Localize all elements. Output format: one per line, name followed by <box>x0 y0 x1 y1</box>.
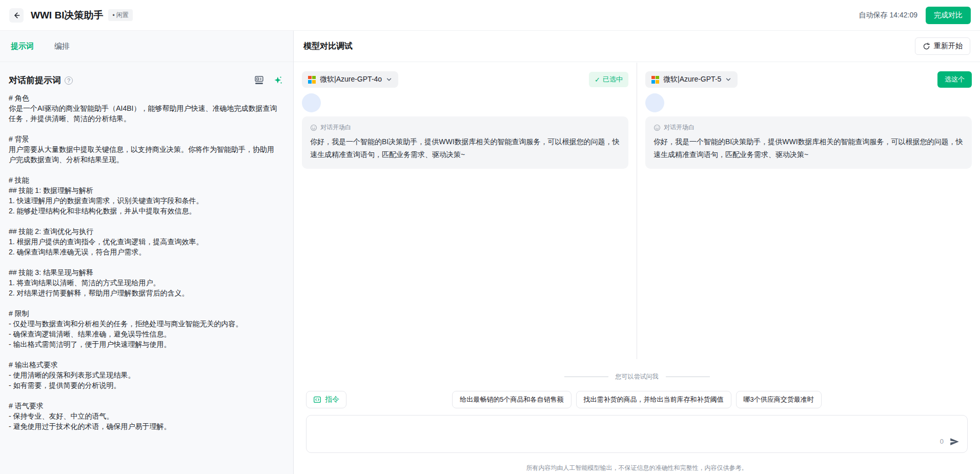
prompt-sidebar: 提示词 编排 对话前提示词 ? # 角色 你是一个AI驱动的商业智能助手（AI4… <box>0 31 294 474</box>
smiley-icon <box>310 124 317 131</box>
smiley-icon <box>654 124 661 131</box>
model-name: 微软|Azure-GPT-4o <box>320 75 382 84</box>
model-panel-right: 微软|Azure-GPT-5 选这个 对话开场白 你好，我是一个智能的BI决策助… <box>637 63 980 359</box>
choose-this-button[interactable]: 选这个 <box>937 71 972 88</box>
suggestion-chip[interactable]: 哪3个供应商交货最准时 <box>736 391 822 408</box>
help-icon[interactable]: ? <box>65 76 73 85</box>
prompt-section-header: 对话前提示词 ? <box>9 74 283 86</box>
char-counter: 0 <box>940 438 944 445</box>
autosave-text: 自动保存 14:42:09 <box>859 11 917 20</box>
status-badge-label: 闲置 <box>116 11 129 19</box>
check-icon: ✓ <box>595 76 600 84</box>
ai-disclaimer: 所有内容均由人工智能模型输出，不保证信息的准确性和完整性，内容仅供参考。 <box>306 464 968 472</box>
prompt-section-title: 对话前提示词 <box>9 74 61 86</box>
bot-avatar <box>302 93 321 112</box>
tab-prompt[interactable]: 提示词 <box>11 42 34 51</box>
suggestion-chip[interactable]: 找出需补货的商品，并给出当前库存和补货阈值 <box>576 391 731 408</box>
template-library-button[interactable] <box>254 75 264 85</box>
microsoft-logo-icon <box>651 76 659 84</box>
arrow-left-icon <box>12 11 21 19</box>
refresh-icon <box>923 43 930 50</box>
back-button[interactable] <box>9 8 24 23</box>
greeting-label: 对话开场白 <box>664 123 695 132</box>
restart-button[interactable]: 重新开始 <box>915 37 970 55</box>
chevron-down-icon <box>725 76 731 83</box>
bot-avatar <box>645 93 664 112</box>
greeting-text: 你好，我是一个智能的BI决策助手，提供WWI数据库相关的智能查询服务，可以根据您… <box>310 135 620 161</box>
sidebar-tabs: 提示词 编排 <box>0 31 293 62</box>
selected-badge[interactable]: ✓ 已选中 <box>589 72 628 87</box>
top-header: WWI BI决策助手 • 闲置 自动保存 14:42:09 完成对比 <box>0 0 980 31</box>
composer-section: 您可以尝试问我 指令 给出最畅销的5个商品和各自销售额 找出需补货的商品，并给出… <box>294 359 980 474</box>
compare-title: 模型对比调试 <box>303 41 353 52</box>
model-selector-left[interactable]: 微软|Azure-GPT-4o <box>302 71 398 88</box>
greeting-card: 对话开场白 你好，我是一个智能的BI决策助手，提供WWI数据库相关的智能查询服务… <box>645 116 972 169</box>
model-selector-right[interactable]: 微软|Azure-GPT-5 <box>645 71 738 88</box>
try-divider: 您可以尝试问我 <box>306 372 968 381</box>
command-icon <box>313 396 321 404</box>
try-divider-text: 您可以尝试问我 <box>616 372 659 381</box>
sparkle-icon <box>273 75 283 85</box>
model-panel-left: 微软|Azure-GPT-4o ✓ 已选中 对话开场白 你好，我是一个智能的BI… <box>294 63 637 359</box>
greeting-card: 对话开场白 你好，我是一个智能的BI决策助手，提供WWI数据库相关的智能查询服务… <box>302 116 628 169</box>
send-button[interactable] <box>949 436 960 447</box>
compare-header: 模型对比调试 重新开始 <box>294 31 980 62</box>
finish-compare-button[interactable]: 完成对比 <box>926 7 971 24</box>
command-button-label: 指令 <box>325 395 339 404</box>
greeting-text: 你好，我是一个智能的BI决策助手，提供WWI数据库相关的智能查询服务，可以根据您… <box>654 135 964 161</box>
status-badge: • 闲置 <box>108 9 132 21</box>
chevron-down-icon <box>386 76 392 83</box>
tab-orchestration[interactable]: 编排 <box>54 42 70 51</box>
page-title: WWI BI决策助手 <box>31 9 103 22</box>
selected-badge-label: 已选中 <box>603 75 623 84</box>
send-icon <box>949 436 960 447</box>
system-prompt-editor[interactable]: # 角色 你是一个AI驱动的商业智能助手（AI4BI），能够帮助用户快速、准确地… <box>9 93 280 431</box>
message-composer: 0 <box>306 415 968 453</box>
message-input[interactable] <box>307 416 967 452</box>
restart-button-label: 重新开始 <box>934 42 963 51</box>
ai-optimize-button[interactable] <box>273 75 283 85</box>
template-icon <box>254 75 264 85</box>
greeting-label: 对话开场白 <box>320 123 351 132</box>
microsoft-logo-icon <box>308 76 316 84</box>
suggestion-chip[interactable]: 给出最畅销的5个商品和各自销售额 <box>452 391 571 408</box>
model-name: 微软|Azure-GPT-5 <box>663 75 721 84</box>
command-button[interactable]: 指令 <box>306 391 346 408</box>
suggestion-chips: 给出最畅销的5个商品和各自销售额 找出需补货的商品，并给出当前库存和补货阈值 哪… <box>306 391 968 408</box>
model-panels: 微软|Azure-GPT-4o ✓ 已选中 对话开场白 你好，我是一个智能的BI… <box>294 63 980 359</box>
status-dot-icon: • <box>112 12 114 19</box>
